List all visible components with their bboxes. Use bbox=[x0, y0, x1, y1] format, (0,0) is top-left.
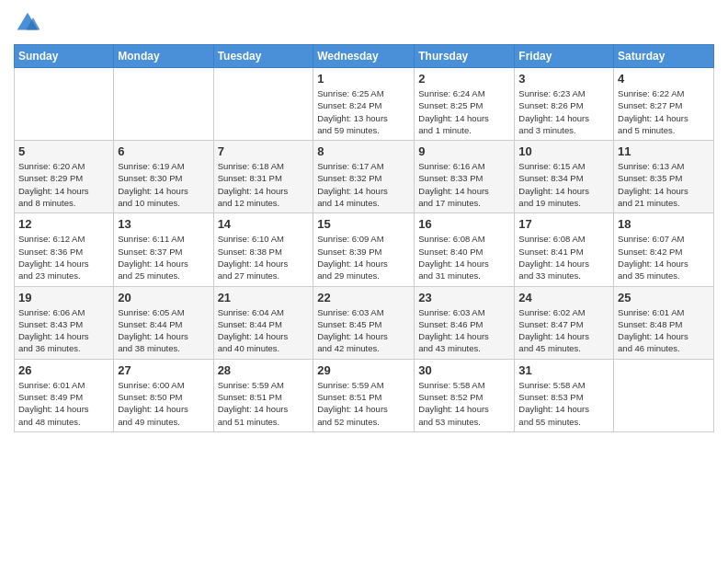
calendar-cell: 7Sunrise: 6:18 AM Sunset: 8:31 PM Daylig… bbox=[213, 141, 313, 213]
day-number: 6 bbox=[118, 144, 209, 158]
calendar-cell bbox=[213, 68, 313, 141]
day-number: 29 bbox=[317, 363, 410, 377]
calendar-cell: 2Sunrise: 6:24 AM Sunset: 8:25 PM Daylig… bbox=[415, 68, 515, 141]
day-info: Sunrise: 6:23 AM Sunset: 8:26 PM Dayligh… bbox=[518, 87, 609, 136]
day-number: 27 bbox=[118, 363, 209, 377]
day-info: Sunrise: 6:12 AM Sunset: 8:36 PM Dayligh… bbox=[18, 233, 109, 282]
day-number: 3 bbox=[518, 72, 609, 86]
day-number: 19 bbox=[18, 291, 109, 304]
weekday-header-wednesday: Wednesday bbox=[313, 45, 415, 68]
header bbox=[14, 9, 714, 37]
calendar-week-5: 26Sunrise: 6:01 AM Sunset: 8:49 PM Dayli… bbox=[15, 359, 714, 431]
calendar-cell: 16Sunrise: 6:08 AM Sunset: 8:40 PM Dayli… bbox=[415, 213, 515, 286]
weekday-header-tuesday: Tuesday bbox=[213, 45, 313, 68]
day-number: 7 bbox=[218, 144, 310, 158]
day-number: 22 bbox=[317, 291, 410, 304]
day-info: Sunrise: 6:06 AM Sunset: 8:43 PM Dayligh… bbox=[18, 306, 109, 355]
day-info: Sunrise: 5:58 AM Sunset: 8:52 PM Dayligh… bbox=[418, 379, 510, 428]
day-info: Sunrise: 6:20 AM Sunset: 8:29 PM Dayligh… bbox=[18, 160, 109, 209]
day-info: Sunrise: 6:15 AM Sunset: 8:34 PM Dayligh… bbox=[518, 160, 609, 209]
weekday-header-sunday: Sunday bbox=[15, 45, 114, 68]
calendar-cell: 5Sunrise: 6:20 AM Sunset: 8:29 PM Daylig… bbox=[15, 141, 114, 213]
calendar-cell: 24Sunrise: 6:02 AM Sunset: 8:47 PM Dayli… bbox=[515, 286, 614, 359]
day-number: 28 bbox=[218, 363, 310, 377]
day-info: Sunrise: 6:10 AM Sunset: 8:38 PM Dayligh… bbox=[218, 233, 310, 282]
day-number: 23 bbox=[418, 291, 510, 304]
calendar-cell: 30Sunrise: 5:58 AM Sunset: 8:52 PM Dayli… bbox=[415, 359, 515, 431]
day-info: Sunrise: 6:01 AM Sunset: 8:49 PM Dayligh… bbox=[18, 379, 109, 428]
calendar-cell: 19Sunrise: 6:06 AM Sunset: 8:43 PM Dayli… bbox=[15, 286, 114, 359]
calendar-header: SundayMondayTuesdayWednesdayThursdayFrid… bbox=[15, 45, 714, 68]
calendar-cell: 25Sunrise: 6:01 AM Sunset: 8:48 PM Dayli… bbox=[614, 286, 714, 359]
calendar-cell: 11Sunrise: 6:13 AM Sunset: 8:35 PM Dayli… bbox=[614, 141, 714, 213]
day-info: Sunrise: 6:07 AM Sunset: 8:42 PM Dayligh… bbox=[618, 233, 710, 282]
day-number: 8 bbox=[317, 144, 410, 158]
weekday-header-saturday: Saturday bbox=[614, 45, 714, 68]
page: SundayMondayTuesdayWednesdayThursdayFrid… bbox=[0, 0, 728, 563]
calendar-cell: 23Sunrise: 6:03 AM Sunset: 8:46 PM Dayli… bbox=[415, 286, 515, 359]
day-number: 9 bbox=[418, 144, 510, 158]
day-number: 13 bbox=[118, 217, 209, 231]
day-info: Sunrise: 6:11 AM Sunset: 8:37 PM Dayligh… bbox=[118, 233, 209, 282]
day-info: Sunrise: 6:25 AM Sunset: 8:24 PM Dayligh… bbox=[317, 87, 410, 136]
calendar-cell bbox=[114, 68, 213, 141]
calendar-cell: 18Sunrise: 6:07 AM Sunset: 8:42 PM Dayli… bbox=[614, 213, 714, 286]
calendar-cell: 26Sunrise: 6:01 AM Sunset: 8:49 PM Dayli… bbox=[15, 359, 114, 431]
calendar-cell: 12Sunrise: 6:12 AM Sunset: 8:36 PM Dayli… bbox=[15, 213, 114, 286]
day-info: Sunrise: 6:16 AM Sunset: 8:33 PM Dayligh… bbox=[418, 160, 510, 209]
day-info: Sunrise: 6:02 AM Sunset: 8:47 PM Dayligh… bbox=[518, 306, 609, 355]
weekday-row: SundayMondayTuesdayWednesdayThursdayFrid… bbox=[15, 45, 714, 68]
calendar-cell: 17Sunrise: 6:08 AM Sunset: 8:41 PM Dayli… bbox=[515, 213, 614, 286]
calendar-cell: 21Sunrise: 6:04 AM Sunset: 8:44 PM Dayli… bbox=[213, 286, 313, 359]
calendar-week-4: 19Sunrise: 6:06 AM Sunset: 8:43 PM Dayli… bbox=[15, 286, 714, 359]
day-number: 14 bbox=[218, 217, 310, 231]
day-number: 17 bbox=[518, 217, 609, 231]
day-info: Sunrise: 6:05 AM Sunset: 8:44 PM Dayligh… bbox=[118, 306, 209, 355]
weekday-header-monday: Monday bbox=[114, 45, 213, 68]
day-info: Sunrise: 6:03 AM Sunset: 8:45 PM Dayligh… bbox=[317, 306, 410, 355]
calendar-cell bbox=[15, 68, 114, 141]
day-number: 4 bbox=[618, 72, 710, 86]
day-number: 30 bbox=[418, 363, 510, 377]
day-number: 1 bbox=[317, 72, 410, 86]
day-info: Sunrise: 5:59 AM Sunset: 8:51 PM Dayligh… bbox=[218, 379, 310, 428]
day-info: Sunrise: 6:19 AM Sunset: 8:30 PM Dayligh… bbox=[118, 160, 209, 209]
calendar-cell: 1Sunrise: 6:25 AM Sunset: 8:24 PM Daylig… bbox=[313, 68, 415, 141]
day-info: Sunrise: 6:01 AM Sunset: 8:48 PM Dayligh… bbox=[618, 306, 710, 355]
day-info: Sunrise: 5:58 AM Sunset: 8:53 PM Dayligh… bbox=[518, 379, 609, 428]
logo-icon bbox=[14, 9, 41, 37]
day-number: 25 bbox=[618, 291, 710, 304]
calendar: SundayMondayTuesdayWednesdayThursdayFrid… bbox=[14, 44, 714, 432]
day-number: 2 bbox=[418, 72, 510, 86]
calendar-cell: 31Sunrise: 5:58 AM Sunset: 8:53 PM Dayli… bbox=[515, 359, 614, 431]
logo bbox=[14, 9, 43, 37]
day-number: 11 bbox=[618, 144, 710, 158]
day-number: 21 bbox=[218, 291, 310, 304]
calendar-cell: 14Sunrise: 6:10 AM Sunset: 8:38 PM Dayli… bbox=[213, 213, 313, 286]
day-number: 5 bbox=[18, 144, 109, 158]
calendar-cell: 13Sunrise: 6:11 AM Sunset: 8:37 PM Dayli… bbox=[114, 213, 213, 286]
day-number: 18 bbox=[618, 217, 710, 231]
day-info: Sunrise: 6:09 AM Sunset: 8:39 PM Dayligh… bbox=[317, 233, 410, 282]
calendar-cell bbox=[614, 359, 714, 431]
day-info: Sunrise: 6:08 AM Sunset: 8:41 PM Dayligh… bbox=[518, 233, 609, 282]
calendar-cell: 8Sunrise: 6:17 AM Sunset: 8:32 PM Daylig… bbox=[313, 141, 415, 213]
calendar-week-3: 12Sunrise: 6:12 AM Sunset: 8:36 PM Dayli… bbox=[15, 213, 714, 286]
day-info: Sunrise: 6:03 AM Sunset: 8:46 PM Dayligh… bbox=[418, 306, 510, 355]
calendar-cell: 27Sunrise: 6:00 AM Sunset: 8:50 PM Dayli… bbox=[114, 359, 213, 431]
day-number: 15 bbox=[317, 217, 410, 231]
day-info: Sunrise: 6:18 AM Sunset: 8:31 PM Dayligh… bbox=[218, 160, 310, 209]
calendar-cell: 28Sunrise: 5:59 AM Sunset: 8:51 PM Dayli… bbox=[213, 359, 313, 431]
day-info: Sunrise: 6:08 AM Sunset: 8:40 PM Dayligh… bbox=[418, 233, 510, 282]
calendar-cell: 4Sunrise: 6:22 AM Sunset: 8:27 PM Daylig… bbox=[614, 68, 714, 141]
day-info: Sunrise: 6:24 AM Sunset: 8:25 PM Dayligh… bbox=[418, 87, 510, 136]
calendar-cell: 6Sunrise: 6:19 AM Sunset: 8:30 PM Daylig… bbox=[114, 141, 213, 213]
day-number: 20 bbox=[118, 291, 209, 304]
day-info: Sunrise: 5:59 AM Sunset: 8:51 PM Dayligh… bbox=[317, 379, 410, 428]
day-number: 26 bbox=[18, 363, 109, 377]
calendar-week-1: 1Sunrise: 6:25 AM Sunset: 8:24 PM Daylig… bbox=[15, 68, 714, 141]
calendar-cell: 20Sunrise: 6:05 AM Sunset: 8:44 PM Dayli… bbox=[114, 286, 213, 359]
calendar-cell: 3Sunrise: 6:23 AM Sunset: 8:26 PM Daylig… bbox=[515, 68, 614, 141]
day-info: Sunrise: 6:13 AM Sunset: 8:35 PM Dayligh… bbox=[618, 160, 710, 209]
calendar-cell: 22Sunrise: 6:03 AM Sunset: 8:45 PM Dayli… bbox=[313, 286, 415, 359]
